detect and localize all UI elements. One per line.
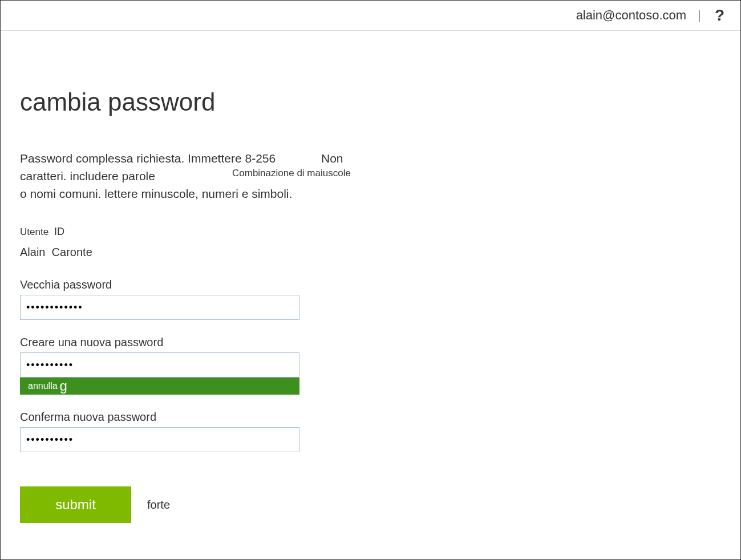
submit-button[interactable]: submit [20, 486, 131, 523]
strength-word: forte [147, 498, 170, 512]
user-last-name: Caronte [52, 246, 92, 258]
confirm-password-label: Conferma nuova password [20, 411, 740, 424]
strength-bar-text: annulla [28, 381, 58, 391]
user-first-name: Alain [20, 246, 45, 258]
password-strength-bar: annulla g [20, 378, 299, 395]
user-name: Alain Caronte [20, 246, 740, 259]
requirement-text-2b: Combinazione di maiuscole [232, 168, 351, 179]
requirement-text-3: o nomi comuni. lettere minuscole, numeri… [20, 187, 292, 201]
requirement-text-1a: Password complessa richiesta. Immettere … [20, 152, 276, 165]
user-email[interactable]: alain@contoso.com [576, 8, 687, 23]
utente-label: Utente [20, 226, 48, 237]
new-password-group: Creare una nuova password annulla g [20, 336, 740, 395]
requirement-text-2a: caratteri. includere parole [20, 169, 155, 183]
id-label: ID [54, 226, 64, 237]
old-password-label: Vecchia password [20, 278, 740, 291]
action-row: submit forte [20, 486, 740, 523]
user-id-label: Utente ID [20, 226, 740, 238]
content-area: cambia password Password complessa richi… [1, 31, 740, 523]
page-container: alain@contoso.com | ? cambia password Pa… [0, 0, 741, 560]
password-requirements: Password complessa richiesta. Immettere … [20, 152, 351, 197]
old-password-input[interactable] [20, 295, 299, 320]
help-icon[interactable]: ? [712, 6, 727, 25]
strength-bar-g: g [60, 379, 67, 393]
header-divider: | [698, 8, 701, 23]
new-password-input[interactable] [20, 352, 299, 378]
header-bar: alain@contoso.com | ? [1, 1, 740, 31]
requirement-text-1b: Non [321, 152, 343, 165]
confirm-password-group: Conferma nuova password [20, 411, 740, 452]
new-password-label: Creare una nuova password [20, 336, 740, 349]
old-password-group: Vecchia password [20, 278, 740, 320]
confirm-password-input[interactable] [20, 427, 299, 452]
page-title: cambia password [20, 88, 740, 116]
